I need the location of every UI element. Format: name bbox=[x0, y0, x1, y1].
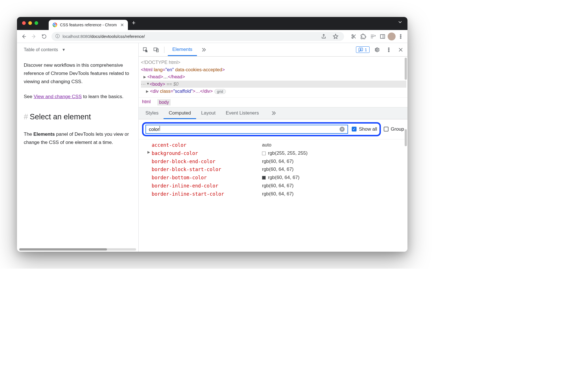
horizontal-scrollbar[interactable] bbox=[19, 248, 136, 251]
chrome-menu-icon[interactable] bbox=[396, 32, 405, 41]
share-icon[interactable] bbox=[319, 32, 328, 41]
expand-arrow-icon[interactable] bbox=[145, 174, 152, 182]
expand-arrow-icon[interactable] bbox=[145, 182, 152, 190]
tab-event-listeners[interactable]: Event Listeners bbox=[221, 107, 264, 119]
browser-tab[interactable]: CSS features reference - Chrom ✕ bbox=[49, 20, 128, 30]
checkbox-icon[interactable] bbox=[384, 127, 389, 131]
breadcrumb-body[interactable]: body bbox=[157, 99, 171, 105]
expand-arrow-icon[interactable] bbox=[145, 141, 152, 149]
tab-styles[interactable]: Styles bbox=[140, 107, 164, 119]
clear-filter-icon[interactable]: ✕ bbox=[340, 127, 345, 132]
tabs-overflow-icon[interactable] bbox=[199, 45, 208, 54]
computed-property-row[interactable]: border-inline-end-colorrgb(60, 64, 67) bbox=[145, 182, 405, 190]
show-all-checkbox[interactable]: ✓ Show all bbox=[352, 126, 377, 132]
computed-property-row[interactable]: accent-colorauto bbox=[145, 141, 405, 149]
close-tab-icon[interactable]: ✕ bbox=[120, 22, 124, 28]
tab-title: CSS features reference - Chrom bbox=[60, 23, 117, 27]
table-of-contents-toggle[interactable]: Table of contents ▾ bbox=[24, 46, 132, 53]
issues-count: 1 bbox=[365, 47, 367, 52]
svg-point-3 bbox=[400, 34, 401, 35]
dom-head[interactable]: ▶ <head>…</head> bbox=[141, 73, 406, 81]
site-info-icon[interactable]: ⓘ bbox=[55, 34, 60, 39]
back-button[interactable] bbox=[19, 32, 28, 41]
minimize-window[interactable] bbox=[28, 21, 32, 25]
dom-doctype[interactable]: <!DOCTYPE html> bbox=[141, 59, 406, 66]
svg-point-4 bbox=[400, 36, 401, 37]
svg-point-0 bbox=[352, 34, 353, 36]
device-toolbar-icon[interactable] bbox=[152, 45, 161, 54]
tab-layout[interactable]: Layout bbox=[196, 107, 221, 119]
window-controls bbox=[22, 21, 38, 25]
scissors-icon[interactable] bbox=[349, 32, 358, 41]
computed-property-row[interactable]: border-inline-start-colorrgb(60, 64, 67) bbox=[145, 190, 405, 198]
checkbox-icon[interactable]: ✓ bbox=[352, 127, 357, 131]
anchor-hash-icon[interactable]: # bbox=[24, 111, 28, 124]
svg-rect-2 bbox=[381, 34, 385, 38]
computed-properties: accent-colorauto▶background-colorrgb(255… bbox=[139, 139, 407, 198]
inspect-element-icon[interactable] bbox=[141, 45, 150, 54]
devtools-menu-icon[interactable] bbox=[384, 45, 393, 54]
see-paragraph: See View and change CSS to learn the bas… bbox=[24, 93, 132, 101]
forward-button[interactable] bbox=[29, 32, 38, 41]
computed-property-row[interactable]: ▶background-colorrgb(255, 255, 255) bbox=[145, 149, 405, 158]
property-name: border-bottom-color bbox=[152, 174, 262, 182]
computed-property-row[interactable]: border-block-start-colorrgb(60, 64, 67) bbox=[145, 165, 405, 174]
color-swatch[interactable] bbox=[262, 152, 266, 155]
dom-html[interactable]: <html lang="en" data-cookies-accepted> bbox=[141, 66, 406, 74]
select-element-heading: #Select an element bbox=[24, 111, 132, 124]
maximize-window[interactable] bbox=[35, 21, 38, 25]
expand-arrow-icon[interactable] bbox=[145, 158, 152, 166]
tab-computed[interactable]: Computed bbox=[164, 107, 196, 119]
tab-favicon bbox=[53, 23, 57, 27]
view-change-css-link[interactable]: View and change CSS bbox=[34, 94, 82, 99]
page-viewport: Table of contents ▾ Discover new workflo… bbox=[17, 43, 139, 252]
reload-button[interactable] bbox=[40, 32, 49, 41]
new-tab-button[interactable]: + bbox=[128, 19, 140, 27]
property-value: rgb(60, 64, 67) bbox=[262, 165, 294, 174]
computed-scrollbar[interactable] bbox=[405, 129, 407, 146]
extensions-icon[interactable] bbox=[359, 32, 368, 41]
svg-point-1 bbox=[352, 37, 353, 38]
side-tabs-overflow-icon[interactable] bbox=[269, 109, 278, 118]
expand-arrow-icon[interactable] bbox=[145, 165, 152, 174]
reading-list-icon[interactable] bbox=[368, 32, 377, 41]
close-window[interactable] bbox=[22, 21, 26, 25]
bookmark-icon[interactable] bbox=[331, 32, 340, 41]
settings-gear-icon[interactable] bbox=[372, 45, 381, 54]
expand-arrow-icon[interactable]: ▶ bbox=[145, 149, 152, 158]
close-devtools-icon[interactable] bbox=[396, 45, 405, 54]
filter-value: color bbox=[149, 127, 159, 132]
address-bar[interactable]: ⓘ localhost:8080/docs/devtools/css/refer… bbox=[51, 32, 344, 41]
property-value: rgb(60, 64, 67) bbox=[262, 182, 294, 190]
devtools-tab-bar: Elements 1 bbox=[139, 43, 407, 57]
dom-scrollbar[interactable] bbox=[405, 58, 407, 94]
svg-point-11 bbox=[388, 51, 389, 52]
group-checkbox[interactable]: Group bbox=[384, 126, 404, 132]
side-panel-icon[interactable] bbox=[378, 32, 387, 41]
computed-property-row[interactable]: border-block-end-colorrgb(60, 64, 67) bbox=[145, 158, 405, 166]
breadcrumb-html[interactable]: html bbox=[142, 99, 151, 105]
property-value: rgb(60, 64, 67) bbox=[262, 190, 294, 198]
grid-badge[interactable]: grid bbox=[214, 89, 226, 94]
profile-avatar[interactable] bbox=[388, 33, 396, 40]
expand-arrow-icon[interactable]: ▶ bbox=[146, 89, 149, 94]
color-swatch[interactable] bbox=[262, 176, 266, 180]
property-value: rgb(255, 255, 255) bbox=[262, 149, 308, 158]
tab-elements[interactable]: Elements bbox=[168, 43, 197, 56]
collapse-arrow-icon[interactable]: ▼ bbox=[146, 81, 150, 87]
issues-button[interactable]: 1 bbox=[356, 46, 370, 53]
expand-arrow-icon[interactable]: ▶ bbox=[143, 74, 146, 80]
ellipsis-icon[interactable]: ⋯ bbox=[141, 81, 146, 88]
url-text: localhost:8080/docs/devtools/css/referen… bbox=[63, 34, 145, 39]
dom-body-selected[interactable]: ⋯ ▼ <body> == $0 bbox=[141, 81, 406, 88]
computed-property-row[interactable]: border-bottom-colorrgb(60, 64, 67) bbox=[145, 174, 405, 182]
styles-tab-bar: Styles Computed Layout Event Listeners bbox=[139, 107, 407, 119]
property-value: auto bbox=[262, 141, 271, 149]
dom-div[interactable]: ▶ <div class="scaffold">…</div>grid bbox=[141, 88, 406, 95]
property-name: border-block-end-color bbox=[152, 158, 262, 166]
tab-overflow-icon[interactable] bbox=[397, 19, 403, 26]
filter-highlight: color ✕ ✓ Show all bbox=[142, 122, 381, 136]
expand-arrow-icon[interactable] bbox=[145, 190, 152, 198]
filter-input[interactable]: color ✕ bbox=[146, 125, 348, 133]
dom-tree[interactable]: <!DOCTYPE html> <html lang="en" data-coo… bbox=[139, 57, 407, 97]
